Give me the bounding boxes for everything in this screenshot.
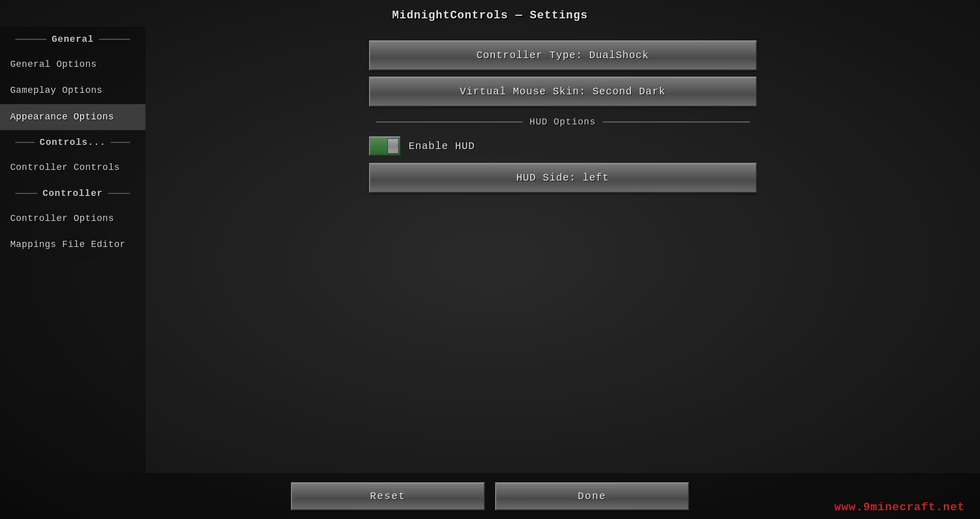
hud-section-divider: HUD Options (369, 117, 757, 127)
sidebar-section-controller: Controller (0, 181, 145, 206)
sidebar: General General Options Gameplay Options… (0, 27, 145, 473)
page-title: MidnightControls — Settings (0, 0, 980, 27)
sidebar-section-general: General (0, 27, 145, 52)
virtual-mouse-skin-button[interactable]: Virtual Mouse Skin: Second Dark (369, 77, 757, 107)
sidebar-item-general-options[interactable]: General Options (0, 52, 145, 78)
sidebar-item-mappings-file-editor[interactable]: Mappings File Editor (0, 232, 145, 258)
hud-side-button[interactable]: HUD Side: left (369, 163, 757, 193)
sidebar-item-appearance-options[interactable]: Appearance Options (0, 104, 145, 130)
reset-button[interactable]: Reset (291, 482, 485, 510)
sidebar-item-controller-controls[interactable]: Controller Controls (0, 155, 145, 181)
sidebar-item-controller-options[interactable]: Controller Options (0, 206, 145, 232)
enable-hud-label: Enable HUD (409, 140, 475, 152)
sidebar-item-gameplay-options[interactable]: Gameplay Options (0, 78, 145, 104)
enable-hud-toggle[interactable] (369, 136, 401, 156)
toggle-knob (387, 138, 399, 154)
bottom-bar: Reset Done www.9minecraft.net (0, 473, 980, 519)
watermark: www.9minecraft.net (834, 501, 965, 514)
content-area: Controller Type: DualShock Virtual Mouse… (145, 27, 980, 473)
done-button[interactable]: Done (495, 482, 689, 510)
controller-type-button[interactable]: Controller Type: DualShock (369, 40, 757, 70)
enable-hud-row: Enable HUD (369, 136, 757, 156)
sidebar-section-controls: Controls... (0, 130, 145, 155)
